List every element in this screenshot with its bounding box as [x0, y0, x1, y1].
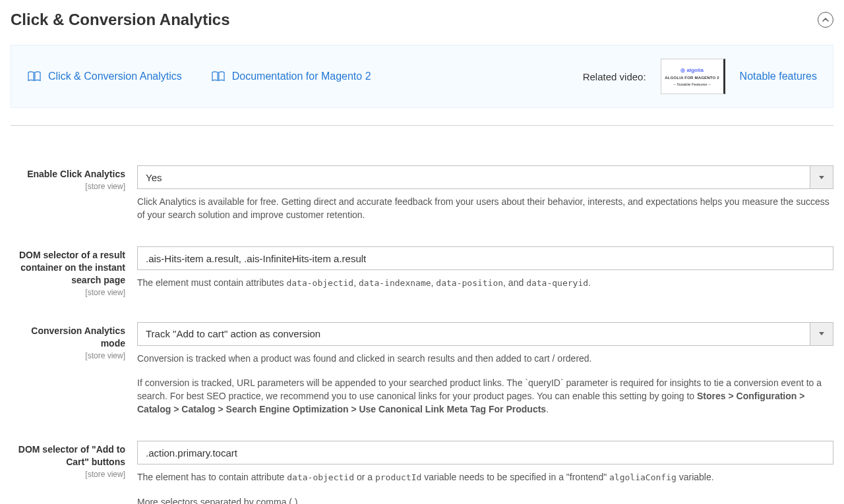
help-text: Conversion is tracked when a product was… [137, 352, 833, 366]
field-scope: [store view] [11, 351, 125, 360]
field-dom-selector-cart: DOM selector of "Add to Cart" buttons [s… [11, 441, 833, 504]
video-thumbnail[interactable]: ◎ algolia ALGOLIA FOR MAGENTO 2 – Notabl… [661, 59, 725, 94]
link-label: Click & Conversion Analytics [48, 70, 182, 82]
field-label: Enable Click Analytics [11, 168, 125, 181]
field-scope: [store view] [11, 182, 125, 191]
dom-selector-cart-input[interactable] [137, 441, 833, 464]
help-text: Click Analytics is available for free. G… [137, 196, 833, 221]
thumb-title: ALGOLIA FOR MAGENTO 2 [665, 76, 719, 80]
select-value[interactable]: Yes [137, 165, 810, 189]
book-icon [211, 70, 226, 82]
select-value[interactable]: Track "Add to cart" action as conversion [137, 322, 810, 346]
divider [11, 125, 833, 126]
help-text: If conversion is tracked, URL parameters… [137, 377, 833, 416]
book-icon [27, 70, 42, 82]
help-text: More selectors separated by comma (,). [137, 496, 833, 504]
link-documentation-magento2[interactable]: Documentation for Magento 2 [211, 70, 371, 82]
field-label: DOM selector of "Add to Cart" buttons [11, 443, 125, 468]
field-dom-selector-result: DOM selector of a result container on th… [11, 246, 833, 297]
dom-selector-result-input[interactable] [137, 246, 833, 270]
field-label: DOM selector of a result container on th… [11, 249, 125, 287]
page-title: Click & Conversion Analytics [11, 11, 230, 29]
chevron-up-icon [822, 16, 829, 24]
conversion-mode-select[interactable]: Track "Add to cart" action as conversion [137, 322, 833, 346]
chevron-down-icon[interactable] [810, 322, 833, 346]
field-conversion-mode: Conversion Analytics mode [store view] T… [11, 322, 833, 416]
info-banner: Click & Conversion Analytics Documentati… [11, 45, 833, 108]
help-text: The element has to contain attribute dat… [137, 471, 833, 484]
link-click-conversion-analytics[interactable]: Click & Conversion Analytics [27, 70, 182, 82]
field-scope: [store view] [11, 288, 125, 297]
field-label: Conversion Analytics mode [11, 325, 125, 350]
link-label: Documentation for Magento 2 [232, 70, 371, 82]
field-enable-click-analytics: Enable Click Analytics [store view] Yes … [11, 165, 833, 221]
chevron-down-icon[interactable] [810, 165, 833, 189]
thumb-subtitle: – Notable Features – [674, 82, 711, 86]
link-notable-features[interactable]: Notable features [740, 70, 817, 82]
enable-click-analytics-select[interactable]: Yes [137, 165, 833, 189]
related-video-label: Related video: [583, 71, 646, 82]
collapse-section-button[interactable] [818, 12, 833, 28]
algolia-logo: ◎ algolia [680, 67, 704, 73]
field-scope: [store view] [11, 470, 125, 479]
help-text: The element must contain attributes data… [137, 277, 833, 290]
